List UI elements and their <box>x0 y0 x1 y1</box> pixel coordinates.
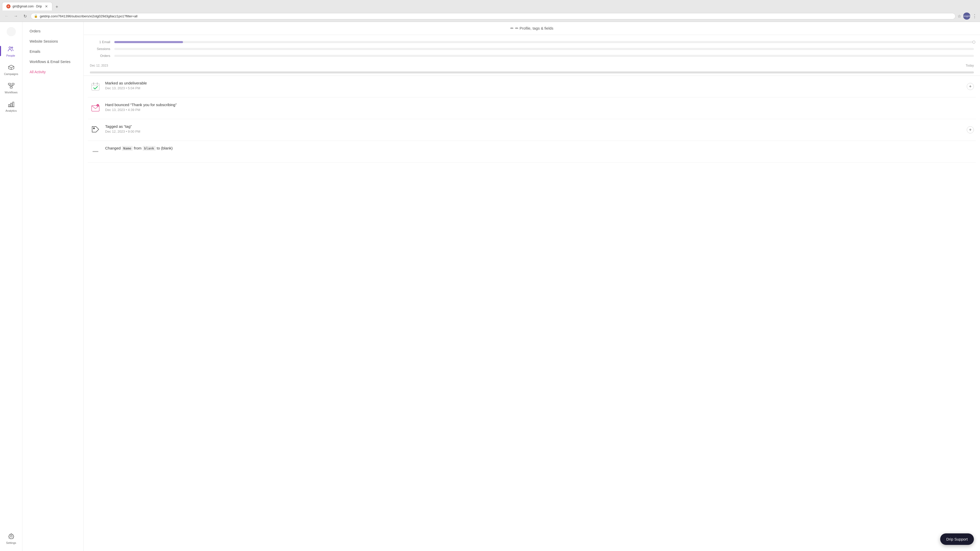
address-bar[interactable] <box>40 14 952 18</box>
app-container: 🙂 People <box>0 22 980 551</box>
changed-field-name: Name <box>122 146 133 151</box>
new-tab-button[interactable]: + <box>53 3 60 11</box>
back-button[interactable]: ← <box>3 13 10 20</box>
tab-title: girl@gmail.com · Drip <box>13 5 42 8</box>
mail-bounce-icon: ! <box>90 103 101 114</box>
activity-action-undeliverable[interactable]: + <box>967 83 974 90</box>
extensions-area: Incognito ⋮ <box>963 13 977 20</box>
activity-date-hard-bounce: Dec 13, 2023 • 4:39 PM <box>105 108 974 112</box>
filter-emails[interactable]: Emails <box>27 48 80 56</box>
chart-bar-sessions-container <box>115 48 974 50</box>
tag-icon <box>90 124 101 135</box>
sidebar-item-analytics-label: Analytics <box>5 109 17 112</box>
changed-old-value: blank <box>143 146 156 151</box>
activity-date-tagged: Dec 12, 2023 • 9:00 PM <box>105 130 974 133</box>
chart-label-sessions: Sessions <box>90 47 110 51</box>
chart-date-end: Today <box>966 64 974 67</box>
svg-rect-17 <box>92 83 99 90</box>
svg-point-24 <box>94 128 95 129</box>
reload-button[interactable]: ↻ <box>21 13 29 20</box>
lock-icon: 🔒 <box>34 14 38 18</box>
activity-title-undeliverable: Marked as undeliverable <box>105 81 974 85</box>
activity-item-hard-bounce: ! Hard bounced “Thank you for subscribin… <box>88 97 976 119</box>
sidebar-item-workflows-label: Workflows <box>5 91 18 94</box>
main-content: Orders Website Sessions Emails Workflows… <box>22 22 980 551</box>
svg-rect-12 <box>8 105 10 107</box>
changed-prefix: Changed <box>105 146 122 150</box>
sidebar-item-people-wrapper: People <box>0 42 22 60</box>
bookmark-button[interactable]: ☆ <box>958 14 961 19</box>
sidebar-item-campaigns-label: Campaigns <box>4 73 18 76</box>
svg-rect-7 <box>10 87 12 88</box>
activity-content-tagged: Tagged as “tag” Dec 12, 2023 • 9:00 PM <box>105 124 974 133</box>
filter-orders[interactable]: Orders <box>27 27 80 35</box>
chart-dot-email <box>972 41 975 44</box>
favicon: D <box>6 4 11 8</box>
changed-to: to (blank) <box>157 146 173 150</box>
analytics-icon <box>7 100 15 108</box>
activity-date-undeliverable: Dec 13, 2023 • 5:04 PM <box>105 86 974 90</box>
active-tab[interactable]: D girl@gmail.com · Drip ✕ <box>2 2 52 11</box>
sidebar-item-people[interactable]: People <box>1 42 21 60</box>
sidebar-item-workflows[interactable]: Workflows <box>2 79 21 97</box>
browser-chrome: D girl@gmail.com · Drip ✕ + ← → ↻ 🔒 ☆ In… <box>0 0 980 22</box>
tab-bar: D girl@gmail.com · Drip ✕ + <box>0 0 980 11</box>
chart-bar-email <box>115 41 183 43</box>
chart-scrollbar-thumb <box>90 71 974 73</box>
drip-support-button[interactable]: Drip Support <box>940 534 974 545</box>
people-icon <box>6 45 15 53</box>
svg-text:!: ! <box>97 105 98 107</box>
filter-website-sessions[interactable]: Website Sessions <box>27 37 80 45</box>
drip-logo[interactable]: 🙂 <box>6 26 17 37</box>
chart-scrollbar[interactable] <box>90 71 974 73</box>
sidebar-item-people-label: People <box>6 54 15 57</box>
activity-title-changed-name: Changed Name from blank to (blank) <box>105 146 974 150</box>
svg-point-0 <box>6 27 16 36</box>
sidebar-item-settings-label: Settings <box>6 541 16 545</box>
filter-all-activity[interactable]: All Activity <box>27 68 80 76</box>
filter-panel: Orders Website Sessions Emails Workflows… <box>22 22 84 551</box>
changed-from: from <box>134 146 143 150</box>
svg-rect-14 <box>13 102 14 106</box>
settings-icon <box>7 532 15 540</box>
forward-button[interactable]: → <box>12 13 19 20</box>
close-tab-button[interactable]: ✕ <box>45 4 48 8</box>
activity-content-changed-name: Changed Name from blank to (blank) <box>105 146 974 151</box>
svg-rect-13 <box>11 103 12 107</box>
browser-controls: ← → ↻ 🔒 ☆ Incognito ⋮ <box>0 11 980 22</box>
activity-item-tagged: Tagged as “tag” Dec 12, 2023 • 9:00 PM + <box>88 119 976 141</box>
sidebar-item-campaigns[interactable]: Campaigns <box>2 61 21 78</box>
address-bar-container: 🔒 <box>30 13 956 19</box>
workflows-icon <box>7 82 15 90</box>
browser-menu-button[interactable]: ⋮ <box>972 13 977 19</box>
edit-icon: ✏ <box>511 26 514 30</box>
activity-item-changed-name: Changed Name from blank to (blank) <box>88 141 976 162</box>
chart-label-orders: Orders <box>90 54 110 58</box>
svg-point-16 <box>10 535 12 537</box>
svg-point-2 <box>9 47 11 48</box>
chart-date-start: Dec 12, 2023 <box>90 64 108 67</box>
chart-bar-orders-container <box>115 55 974 57</box>
profile-button[interactable]: Incognito <box>963 13 970 20</box>
chart-row-email: 1 Email <box>90 40 974 44</box>
activity-feed: Marked as undeliverable Dec 13, 2023 • 5… <box>84 76 980 551</box>
filter-workflows-email-series[interactable]: Workflows & Email Series <box>27 58 80 66</box>
minus-icon <box>90 146 101 157</box>
chart-labels: 1 Email Sessions <box>90 40 974 58</box>
sidebar-item-analytics[interactable]: Analytics <box>2 97 21 115</box>
active-indicator <box>0 46 1 56</box>
chart-bar-email-container <box>115 41 974 43</box>
chart-label-email: 1 Email <box>90 40 110 44</box>
activity-action-tagged[interactable]: + <box>967 126 974 133</box>
svg-rect-5 <box>8 83 11 85</box>
calendar-check-icon <box>90 81 101 92</box>
svg-point-3 <box>11 47 13 48</box>
campaigns-icon <box>7 63 15 71</box>
profile-bar: ✏ ✏ Profile, tags & fields <box>84 22 980 35</box>
sidebar-item-settings[interactable]: Settings <box>2 530 21 547</box>
chart-row-sessions: Sessions <box>90 47 974 51</box>
chart-row-orders: Orders <box>90 54 974 58</box>
profile-tags-link[interactable]: ✏ ✏ Profile, tags & fields <box>511 26 554 30</box>
activity-content-undeliverable: Marked as undeliverable Dec 13, 2023 • 5… <box>105 81 974 90</box>
activity-item-undeliverable: Marked as undeliverable Dec 13, 2023 • 5… <box>88 76 976 97</box>
